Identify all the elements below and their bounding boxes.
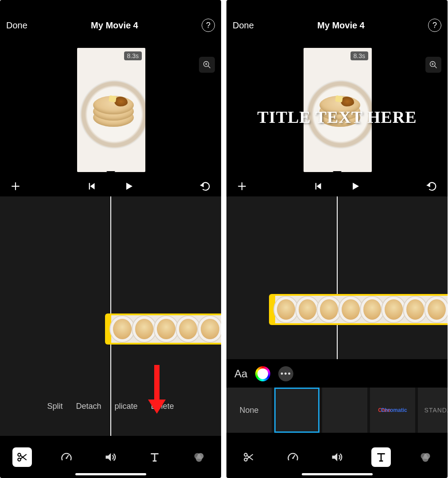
- clip-thumb: [362, 296, 383, 323]
- preview-pancakes: [93, 93, 134, 126]
- filters-tool[interactable]: [189, 447, 209, 467]
- svg-marker-31: [316, 183, 321, 190]
- undo-button[interactable]: [200, 180, 211, 192]
- volume-icon: [104, 451, 117, 463]
- header-bar: Done My Movie 4 ?: [0, 0, 221, 48]
- duration-badge: 8.3s: [124, 51, 142, 60]
- speed-tool[interactable]: [57, 447, 76, 467]
- video-preview[interactable]: 8.3s: [77, 48, 145, 172]
- playhead-line[interactable]: [337, 196, 338, 365]
- scissors-icon: [243, 451, 254, 463]
- skip-start-button[interactable]: [87, 181, 97, 191]
- title-preset-none[interactable]: None: [226, 388, 272, 433]
- bottom-toolbar: [0, 446, 221, 468]
- clip-thumb: [318, 296, 340, 323]
- svg-line-1: [208, 66, 210, 68]
- help-icon[interactable]: ?: [202, 19, 215, 32]
- clip-thumbnails: [111, 315, 221, 343]
- plus-icon: [236, 180, 248, 192]
- help-icon[interactable]: ?: [428, 19, 441, 32]
- clip-thumb: [383, 296, 405, 323]
- duplicate-action[interactable]: plicate: [115, 402, 138, 411]
- svg-marker-9: [200, 184, 204, 188]
- split-action[interactable]: Split: [47, 402, 62, 411]
- undo-icon: [200, 180, 211, 192]
- speedometer-icon: [287, 451, 299, 463]
- project-title: My Movie 4: [317, 20, 365, 31]
- add-media-button[interactable]: [236, 180, 248, 192]
- magnifier-plus-icon: [203, 60, 211, 69]
- svg-rect-7: [89, 183, 90, 190]
- svg-marker-34: [426, 184, 430, 188]
- done-button[interactable]: Done: [6, 20, 27, 31]
- title-text-overlay[interactable]: TITLE TEXT HERE: [226, 107, 448, 127]
- title-preset-chromatic[interactable]: ChroChromatic: [370, 388, 415, 433]
- title-preset-selected[interactable]: [274, 388, 319, 433]
- screen-left: Done My Movie 4 ? 8.3s: [0, 0, 221, 478]
- zoom-button[interactable]: [425, 57, 441, 73]
- home-indicator: [302, 473, 373, 475]
- clip-thumb: [177, 315, 199, 343]
- duration-badge: 8.3s: [351, 51, 368, 60]
- clip-thumb: [405, 296, 426, 323]
- play-button[interactable]: [124, 181, 134, 192]
- filters-tool[interactable]: [416, 447, 435, 467]
- magnifier-plus-icon: [429, 60, 438, 69]
- play-icon: [350, 181, 361, 192]
- delete-action[interactable]: Delete: [151, 402, 174, 411]
- transport-controls: [226, 174, 448, 196]
- timeline[interactable]: Split Detach plicate Delete: [0, 196, 221, 436]
- detach-action[interactable]: Detach: [76, 402, 101, 411]
- svg-rect-32: [315, 183, 316, 190]
- svg-point-24: [196, 456, 202, 462]
- speedometer-icon: [60, 451, 73, 463]
- title-style-panel: Aa ••• None ChroChromatic STANDAR: [226, 359, 448, 439]
- screen-right: Done My Movie 4 ? 8.3s TITLE TEXT HERE: [226, 0, 448, 478]
- clip-trim-handle-left[interactable]: [271, 296, 275, 323]
- svg-line-26: [435, 66, 437, 68]
- clip-trim-handle-left[interactable]: [107, 315, 111, 343]
- selected-clip[interactable]: T: [269, 294, 448, 325]
- undo-icon: [426, 180, 438, 192]
- clip-thumb: [155, 315, 177, 343]
- volume-tool[interactable]: [327, 447, 347, 467]
- clip-thumbnails: T: [275, 296, 448, 323]
- svg-point-17: [66, 458, 67, 459]
- more-options-button[interactable]: •••: [278, 366, 293, 381]
- timeline[interactable]: T: [226, 196, 448, 365]
- playhead-notch: [106, 171, 115, 176]
- font-picker-button[interactable]: Aa: [234, 368, 247, 380]
- volume-icon: [331, 451, 343, 463]
- svg-point-40: [292, 458, 294, 459]
- svg-marker-33: [353, 183, 359, 190]
- skip-start-button[interactable]: [314, 181, 323, 191]
- title-preset-strip[interactable]: None ChroChromatic STANDAR: [226, 388, 448, 433]
- add-media-button[interactable]: [10, 180, 21, 192]
- clip-action-row: Split Detach plicate Delete: [0, 402, 221, 411]
- playhead-notch: [333, 171, 342, 176]
- clip-thumb: [199, 315, 221, 343]
- video-preview-area: 8.3s TITLE TEXT HERE: [226, 48, 448, 174]
- text-icon: [375, 451, 387, 463]
- selected-clip[interactable]: [105, 313, 221, 345]
- skip-previous-icon: [87, 181, 97, 191]
- bottom-toolbar: [226, 446, 448, 468]
- skip-previous-icon: [314, 181, 323, 191]
- color-picker-button[interactable]: [255, 366, 270, 381]
- zoom-button[interactable]: [199, 57, 215, 73]
- scissors-tool[interactable]: [239, 447, 258, 467]
- play-button[interactable]: [350, 181, 361, 192]
- volume-tool[interactable]: [101, 447, 120, 467]
- project-title: My Movie 4: [91, 20, 138, 31]
- text-tool[interactable]: [145, 447, 164, 467]
- transport-controls: [0, 174, 221, 196]
- done-button[interactable]: Done: [233, 20, 254, 31]
- title-style-controls: Aa •••: [226, 364, 448, 388]
- undo-button[interactable]: [426, 180, 438, 192]
- text-tool[interactable]: [371, 447, 391, 467]
- speed-tool[interactable]: [283, 447, 303, 467]
- text-icon: [149, 451, 160, 463]
- title-preset-standard[interactable]: STANDAR: [418, 388, 448, 433]
- title-preset-blank[interactable]: [322, 388, 367, 433]
- scissors-tool[interactable]: [12, 447, 32, 467]
